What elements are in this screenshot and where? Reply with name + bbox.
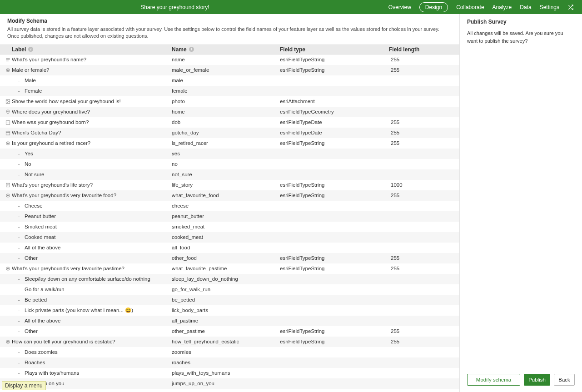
row-name[interactable]: what_favourite_food (172, 193, 280, 198)
row-name[interactable]: life_story (172, 182, 280, 188)
row-name[interactable]: photo (172, 99, 280, 104)
table-row[interactable]: What's your greyhound's name?nameesriFie… (0, 55, 459, 65)
bullet-icon: - (18, 329, 21, 334)
table-row[interactable]: -All of the aboveall_food (0, 243, 459, 253)
table-row[interactable]: -Not surenot_sure (0, 169, 459, 180)
table-row[interactable]: -Roachesroaches (0, 357, 459, 368)
row-field-length[interactable]: 255 (389, 266, 459, 271)
row-label: When was your greyhound born? (0, 119, 172, 125)
row-name[interactable]: roaches (172, 360, 280, 365)
table-row[interactable]: -Sleep/lay down on any comfortable surfa… (0, 274, 459, 284)
row-name[interactable]: female (172, 88, 280, 94)
back-button[interactable]: Back (554, 374, 575, 386)
row-name[interactable]: lick_body_parts (172, 308, 280, 313)
table-row[interactable]: Male or female?male_or_femaleesriFieldTy… (0, 65, 459, 75)
table-row[interactable]: When's Gotcha Day?gotcha_dayesriFieldTyp… (0, 128, 459, 138)
row-name[interactable]: be_petted (172, 297, 280, 303)
info-icon[interactable]: i (28, 47, 33, 52)
nav-analyze[interactable]: Analyze (492, 4, 512, 10)
table-row[interactable]: Where does your greyhound live?homeesriF… (0, 107, 459, 117)
table-row[interactable]: -Cooked meatcooked_meat (0, 232, 459, 243)
table-row[interactable]: -Smoked meatsmoked_meat (0, 222, 459, 232)
row-field-length[interactable]: 255 (389, 67, 459, 73)
table-row[interactable]: -Otherother_foodesriFieldTypeString255 (0, 253, 459, 263)
nav-overview[interactable]: Overview (388, 4, 411, 10)
info-icon[interactable]: i (189, 47, 194, 52)
table-row[interactable]: -Otherother_pastimeesriFieldTypeString25… (0, 326, 459, 337)
row-name[interactable]: no (172, 161, 280, 167)
row-name[interactable]: go_for_walk_run (172, 287, 280, 292)
row-name[interactable]: other_food (172, 255, 280, 261)
table-row[interactable]: What's your greyhound's very favourite f… (0, 190, 459, 201)
table-row[interactable]: What's your greyhound's very favourite p… (0, 263, 459, 274)
table-row[interactable]: -Peanut butterpeanut_butter (0, 211, 459, 222)
table-row[interactable]: -Does zoomieszoomies (0, 347, 459, 357)
row-name[interactable]: sleep_lay_down_do_nothing (172, 276, 280, 282)
row-label: -Be petted (0, 297, 172, 303)
row-name[interactable]: smoked_meat (172, 224, 280, 229)
table-row[interactable]: Is your greyhound a retired racer?is_ret… (0, 138, 459, 149)
row-field-length[interactable]: 255 (389, 57, 459, 62)
table-row[interactable]: -Go for a walk/rungo_for_walk_run (0, 284, 459, 295)
row-field-length[interactable]: 255 (389, 328, 459, 334)
row-name[interactable]: gotcha_day (172, 130, 280, 135)
row-name[interactable]: jumps_up_on_you (172, 381, 280, 386)
row-name[interactable]: plays_with_toys_humans (172, 370, 280, 376)
table-row[interactable]: When was your greyhound born?dobesriFiel… (0, 117, 459, 128)
nav-collaborate[interactable]: Collaborate (456, 4, 484, 10)
publish-button[interactable]: Publish (524, 374, 550, 386)
row-name[interactable]: zoomies (172, 349, 280, 355)
table-row[interactable]: -Femalefemale (0, 86, 459, 96)
row-name[interactable]: home (172, 109, 280, 114)
row-field-length[interactable]: 255 (389, 130, 459, 135)
row-name[interactable]: not_sure (172, 172, 280, 177)
row-name[interactable]: male_or_female (172, 67, 280, 73)
table-row[interactable]: -Nono (0, 159, 459, 169)
row-label-text: How can you tell your greyhound is ecsta… (12, 339, 115, 344)
bullet-icon: - (18, 287, 21, 292)
row-name[interactable]: name (172, 57, 280, 62)
svg-point-3 (6, 100, 7, 101)
nav-data[interactable]: Data (520, 4, 531, 10)
row-label: -Other (0, 328, 172, 334)
row-name[interactable]: peanut_butter (172, 213, 280, 219)
row-name[interactable]: dob (172, 119, 280, 125)
row-label-text: Does zoomies (25, 349, 58, 355)
row-name[interactable]: male (172, 78, 280, 83)
nav-design[interactable]: Design (419, 2, 448, 12)
row-field-length[interactable]: 255 (389, 140, 459, 146)
row-name[interactable]: all_food (172, 245, 280, 250)
row-name[interactable]: how_tell_greyhound_ecstatic (172, 339, 280, 344)
header-field-type: Field type (280, 46, 389, 53)
row-field-length[interactable]: 1000 (389, 182, 459, 188)
table-row[interactable]: -Whips tailwhips_tail (0, 389, 459, 392)
table-row[interactable]: -Lick private parts (you know what I mea… (0, 305, 459, 316)
row-name[interactable]: cheese (172, 203, 280, 208)
nav-settings[interactable]: Settings (540, 4, 559, 10)
row-name[interactable]: what_favourite_pastime (172, 266, 280, 271)
modify-schema-button[interactable]: Modify schema (467, 374, 520, 386)
table-row[interactable]: -Be pettedbe_petted (0, 295, 459, 305)
table-row[interactable]: -Yesyes (0, 149, 459, 159)
row-label-text: Cheese (25, 203, 43, 208)
table-row[interactable]: -Malemale (0, 75, 459, 86)
row-name[interactable]: all_pastime (172, 318, 280, 323)
row-label: What's your greyhound's very favourite p… (0, 266, 172, 271)
table-row[interactable]: How can you tell your greyhound is ecsta… (0, 337, 459, 347)
row-field-length[interactable]: 255 (389, 255, 459, 261)
row-field-length[interactable]: 255 (389, 119, 459, 125)
row-name[interactable]: cooked_meat (172, 234, 280, 240)
row-label: Male or female? (0, 67, 172, 73)
table-row[interactable]: Show the world how special your greyhoun… (0, 96, 459, 107)
shuffle-icon[interactable] (567, 4, 574, 10)
row-name[interactable]: yes (172, 151, 280, 156)
row-field-length[interactable]: 255 (389, 339, 459, 344)
row-field-length[interactable]: 255 (389, 193, 459, 198)
row-name[interactable]: is_retired_racer (172, 140, 280, 146)
table-row[interactable]: -All of the aboveall_pastime (0, 316, 459, 326)
table-row[interactable]: -Cheesecheese (0, 201, 459, 211)
row-name[interactable]: other_pastime (172, 328, 280, 334)
table-row[interactable]: -Jumps up on youjumps_up_on_you (0, 378, 459, 389)
table-row[interactable]: What's your greyhound's life story?life_… (0, 180, 459, 190)
table-row[interactable]: -Plays with toys/humansplays_with_toys_h… (0, 368, 459, 378)
